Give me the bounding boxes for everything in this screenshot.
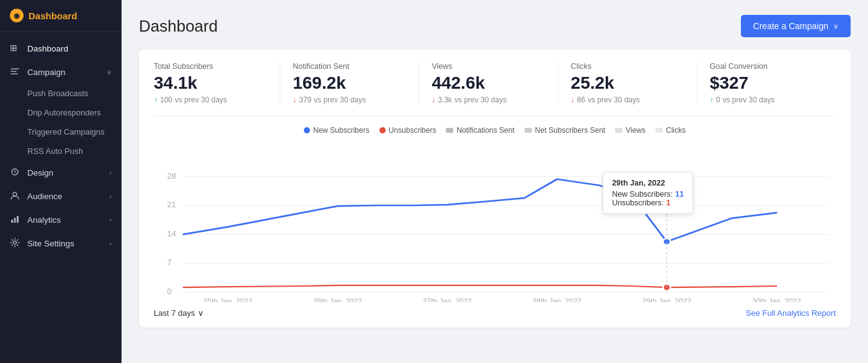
sidebar-item-audience[interactable]: Audience ›	[0, 184, 122, 208]
legend-views: Views	[615, 126, 645, 135]
legend-new-subscribers: New Subscribers	[304, 126, 370, 135]
time-filter-label: Last 7 days	[154, 308, 195, 318]
dashboard-icon: ⊞	[10, 43, 21, 54]
svg-rect-3	[14, 218, 16, 223]
campaign-icon	[10, 66, 21, 78]
unsubscribers-line	[184, 285, 777, 287]
sidebar-nav: ⊞ Dashboard Campaign ∨ Push Broadcasts D…	[0, 32, 122, 260]
sidebar-item-push-broadcasts[interactable]: Push Broadcasts	[27, 84, 122, 103]
svg-text:29th Jan, 2022: 29th Jan, 2022	[642, 298, 691, 302]
stat-total-subscribers-label: Total Subscribers	[154, 62, 267, 71]
stat-clicks: Clicks 25.2k ↓ 86 vs prev 30 days	[558, 62, 697, 104]
svg-rect-2	[11, 220, 13, 223]
stat-notification-sent: Notification Sent 169.2k ↓ 379 vs prev 3…	[280, 62, 418, 104]
analytics-icon	[10, 214, 21, 225]
stat-total-subscribers-change: ↑ 100 vs prev 30 days	[154, 96, 267, 104]
design-chevron-icon: ›	[109, 169, 112, 176]
sidebar-item-dashboard[interactable]: ⊞ Dashboard	[0, 37, 122, 60]
design-icon	[10, 167, 21, 178]
stat-notification-sent-change-val: 379	[299, 96, 311, 104]
svg-text:28th Jan, 2022: 28th Jan, 2022	[533, 298, 582, 302]
svg-point-5	[14, 241, 17, 244]
sidebar-item-triggered-campaigns[interactable]: Triggered Campaigns	[27, 122, 122, 141]
sidebar-audience-label: Audience	[27, 192, 62, 201]
legend-clicks: Clicks	[655, 126, 686, 135]
svg-text:26th Jan, 2022: 26th Jan, 2022	[313, 298, 362, 302]
create-btn-chevron-icon: ∨	[833, 22, 838, 30]
stats-row: Total Subscribers 34.1k ↑ 100 vs prev 30…	[154, 62, 836, 116]
stat-views-change-val: 3.3k	[438, 96, 452, 104]
arrow-up-icon: ↑	[154, 96, 157, 104]
time-filter-chevron-icon: ∨	[198, 308, 204, 318]
sidebar-logo-text: Dashboard	[29, 11, 77, 21]
arrow-up-icon-2: ↑	[710, 96, 714, 104]
sidebar-item-rss-auto-push[interactable]: RSS Auto Push	[27, 141, 122, 161]
svg-text:7: 7	[167, 259, 172, 267]
legend-rect-notifications	[446, 128, 453, 133]
stat-clicks-change-val: 86	[577, 96, 585, 104]
campaign-chevron-icon: ∨	[107, 68, 112, 76]
svg-text:25th Jan, 2022: 25th Jan, 2022	[203, 298, 252, 302]
svg-text:30th Jan, 2022: 30th Jan, 2022	[752, 298, 801, 302]
legend-unsubscribers: Unsubscribers	[379, 126, 436, 135]
stat-clicks-change-text: vs prev 30 days	[588, 96, 640, 104]
stat-goal-conversion-change-text: vs prev 30 days	[723, 96, 775, 104]
legend-rect-net	[525, 128, 532, 133]
stat-notification-sent-label: Notification Sent	[293, 62, 406, 71]
svg-text:0: 0	[167, 288, 172, 296]
stat-views-value: 442.6k	[432, 73, 545, 93]
chart-area: 0 7 14 21 28 25th Jan, 2022 26th Jan, 20…	[154, 141, 836, 302]
arrow-down-icon-2: ↓	[432, 96, 435, 104]
legend-notifications-sent: Notifications Sent	[446, 126, 514, 135]
stat-views-label: Views	[432, 62, 545, 71]
create-campaign-label: Create a Campaign	[753, 21, 828, 31]
legend-notifications-sent-label: Notifications Sent	[456, 126, 514, 135]
stat-views: Views 442.6k ↓ 3.3k vs prev 30 days	[418, 62, 557, 104]
sidebar-item-site-settings[interactable]: Site Settings ›	[0, 231, 122, 255]
new-subscribers-line	[184, 179, 777, 242]
chart-legend: New Subscribers Unsubscribers Notificati…	[154, 126, 836, 135]
page-title: Dashboard	[139, 17, 218, 36]
stat-views-change-text: vs prev 30 days	[454, 96, 507, 104]
sidebar-item-design[interactable]: Design ›	[0, 161, 122, 184]
stat-goal-conversion-change: ↑ 0 vs prev 30 days	[710, 96, 823, 104]
sidebar-item-drip-autoresponders[interactable]: Drip Autoresponders	[27, 103, 122, 122]
time-filter[interactable]: Last 7 days ∨	[154, 308, 204, 318]
main-content: Dashboard Create a Campaign ∨ Total Subs…	[122, 0, 868, 363]
sidebar-logo: ◉ Dashboard	[0, 0, 122, 32]
stat-clicks-label: Clicks	[571, 62, 684, 71]
svg-text:27th Jan, 2022: 27th Jan, 2022	[423, 298, 472, 302]
legend-rect-clicks	[655, 128, 663, 133]
stat-goal-conversion: Goal Conversion $327 ↑ 0 vs prev 30 days	[697, 62, 836, 104]
logo-icon: ◉	[10, 9, 24, 22]
stats-chart-card: Total Subscribers 34.1k ↑ 100 vs prev 30…	[139, 50, 851, 328]
arrow-down-icon-3: ↓	[571, 96, 575, 104]
svg-rect-4	[17, 216, 19, 223]
campaign-submenu: Push Broadcasts Drip Autoresponders Trig…	[0, 84, 122, 161]
arrow-down-icon: ↓	[293, 96, 296, 104]
stat-total-subscribers-change-text: vs prev 30 days	[175, 96, 227, 104]
stat-total-subscribers-value: 34.1k	[154, 73, 267, 93]
see-full-analytics-link[interactable]: See Full Analytics Report	[746, 308, 836, 318]
sidebar-item-analytics[interactable]: Analytics ›	[0, 208, 122, 231]
stat-goal-conversion-value: $327	[710, 73, 823, 93]
legend-clicks-label: Clicks	[666, 126, 686, 135]
legend-net-subscribers: Net Subscribers Sent	[525, 126, 605, 135]
site-settings-icon	[10, 238, 21, 249]
create-campaign-button[interactable]: Create a Campaign ∨	[741, 15, 851, 37]
sidebar-item-campaign[interactable]: Campaign ∨	[0, 60, 122, 84]
svg-text:28: 28	[167, 172, 177, 180]
audience-chevron-icon: ›	[109, 192, 112, 200]
stat-clicks-value: 25.2k	[571, 73, 684, 93]
svg-point-1	[13, 192, 17, 196]
legend-dot-red	[379, 127, 386, 133]
stat-clicks-change: ↓ 86 vs prev 30 days	[571, 96, 684, 104]
legend-views-label: Views	[626, 126, 645, 135]
legend-new-subscribers-label: New Subscribers	[313, 126, 370, 135]
page-header: Dashboard Create a Campaign ∨	[139, 15, 851, 37]
chart-footer: Last 7 days ∨ See Full Analytics Report	[154, 308, 836, 318]
stat-notification-sent-change-text: vs prev 30 days	[314, 96, 366, 104]
svg-text:21: 21	[167, 201, 177, 209]
sidebar-item-label: Dashboard	[27, 44, 68, 53]
legend-dot-blue	[304, 127, 310, 133]
